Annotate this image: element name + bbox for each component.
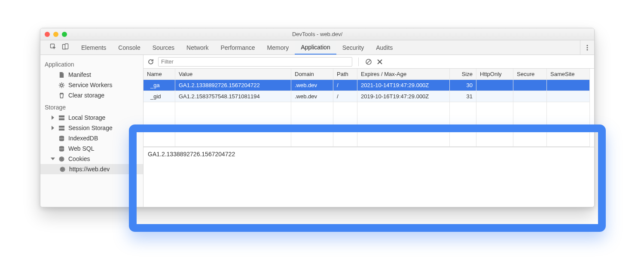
svg-point-18 bbox=[61, 159, 62, 160]
col-path[interactable]: Path bbox=[333, 69, 357, 80]
gear-icon bbox=[58, 82, 65, 88]
sidebar-item-manifest[interactable]: Manifest bbox=[40, 70, 143, 80]
delete-selected-icon[interactable] bbox=[376, 58, 384, 66]
col-expires[interactable]: Expires / Max-Age bbox=[357, 69, 450, 80]
clear-all-icon[interactable] bbox=[365, 58, 372, 66]
svg-point-5 bbox=[586, 49, 588, 50]
svg-rect-2 bbox=[65, 44, 68, 49]
section-storage: Storage bbox=[40, 100, 143, 112]
svg-point-19 bbox=[62, 160, 63, 161]
tab-sources[interactable]: Sources bbox=[147, 40, 180, 55]
inspect-element-icon[interactable] bbox=[50, 43, 57, 52]
svg-rect-7 bbox=[59, 115, 64, 117]
svg-point-16 bbox=[61, 158, 61, 158]
tab-application[interactable]: Application bbox=[295, 40, 336, 55]
col-name[interactable]: Name bbox=[143, 69, 175, 80]
svg-point-17 bbox=[62, 158, 63, 159]
tab-elements[interactable]: Elements bbox=[75, 40, 112, 55]
svg-rect-10 bbox=[59, 128, 64, 130]
section-application: Application bbox=[40, 58, 143, 70]
svg-line-25 bbox=[367, 60, 370, 63]
col-size[interactable]: Size bbox=[450, 69, 476, 80]
application-sidebar: Application Manifest Service Workers Cle… bbox=[40, 55, 143, 207]
expand-icon[interactable] bbox=[51, 115, 55, 120]
svg-point-4 bbox=[586, 47, 588, 48]
sidebar-item-label: IndexedDB bbox=[68, 135, 98, 142]
tab-performance[interactable]: Performance bbox=[214, 40, 261, 55]
device-toolbar-icon[interactable] bbox=[62, 43, 69, 52]
svg-point-23 bbox=[62, 170, 63, 170]
table-empty-area bbox=[143, 102, 594, 147]
cookie-value-text: GA1.2.1338892726.1567204722 bbox=[148, 151, 235, 158]
col-httponly[interactable]: HttpOnly bbox=[476, 69, 513, 80]
sidebar-item-session-storage[interactable]: Session Storage bbox=[40, 123, 143, 133]
svg-point-14 bbox=[59, 148, 64, 149]
cookies-table-header: Name Value Domain Path Expires / Max-Age… bbox=[143, 69, 594, 80]
tab-memory[interactable]: Memory bbox=[261, 40, 295, 55]
sidebar-item-label: Service Workers bbox=[68, 82, 112, 88]
collapse-icon[interactable] bbox=[51, 158, 55, 160]
sidebar-item-label: Web SQL bbox=[68, 145, 94, 152]
sidebar-item-cookie-origin[interactable]: https://web.dev bbox=[40, 164, 143, 174]
storage-icon bbox=[58, 115, 65, 121]
sidebar-item-label: Cookies bbox=[68, 155, 90, 162]
storage-icon bbox=[58, 125, 65, 131]
trash-icon bbox=[58, 92, 65, 99]
col-samesite[interactable]: SameSite bbox=[547, 69, 590, 80]
sidebar-item-label: Clear storage bbox=[68, 92, 104, 99]
tab-network[interactable]: Network bbox=[180, 40, 214, 55]
refresh-icon[interactable] bbox=[147, 58, 155, 66]
filter-input[interactable] bbox=[158, 57, 352, 67]
sidebar-item-label: Session Storage bbox=[68, 124, 113, 131]
sidebar-item-clear-storage[interactable]: Clear storage bbox=[40, 90, 143, 100]
expand-icon[interactable] bbox=[51, 126, 55, 130]
cookies-panel: Name Value Domain Path Expires / Max-Age… bbox=[143, 55, 594, 207]
cookie-icon bbox=[59, 166, 66, 173]
cookies-toolbar bbox=[143, 55, 594, 69]
more-options-icon[interactable] bbox=[580, 40, 594, 55]
sidebar-item-service-workers[interactable]: Service Workers bbox=[40, 80, 143, 90]
svg-point-3 bbox=[586, 45, 588, 46]
devtools-tabs: Elements Console Sources Network Perform… bbox=[40, 40, 594, 55]
svg-point-6 bbox=[61, 84, 63, 86]
svg-rect-9 bbox=[59, 125, 64, 127]
database-icon bbox=[58, 135, 65, 142]
sidebar-item-label: Local Storage bbox=[68, 114, 105, 121]
sidebar-item-websql[interactable]: Web SQL bbox=[40, 143, 143, 154]
window-title: DevTools - web.dev/ bbox=[40, 31, 594, 37]
devtools-window: DevTools - web.dev/ Elements Console Sou… bbox=[40, 28, 595, 207]
document-icon bbox=[58, 72, 65, 78]
tab-security[interactable]: Security bbox=[336, 40, 370, 55]
cookie-icon bbox=[58, 156, 65, 162]
sidebar-item-indexeddb[interactable]: IndexedDB bbox=[40, 133, 143, 143]
svg-point-12 bbox=[59, 137, 64, 139]
svg-point-21 bbox=[61, 168, 62, 169]
svg-point-22 bbox=[63, 168, 64, 169]
svg-point-20 bbox=[60, 167, 65, 172]
tab-audits[interactable]: Audits bbox=[370, 40, 399, 55]
database-icon bbox=[58, 146, 65, 152]
sidebar-item-local-storage[interactable]: Local Storage bbox=[40, 112, 143, 123]
col-secure[interactable]: Secure bbox=[513, 69, 547, 80]
col-value[interactable]: Value bbox=[175, 69, 291, 80]
titlebar: DevTools - web.dev/ bbox=[40, 28, 594, 40]
sidebar-item-label: Manifest bbox=[68, 71, 91, 78]
tab-console[interactable]: Console bbox=[112, 40, 146, 55]
svg-rect-8 bbox=[59, 118, 64, 120]
sidebar-item-label: https://web.dev bbox=[69, 166, 110, 173]
svg-point-15 bbox=[59, 156, 64, 161]
col-domain[interactable]: Domain bbox=[291, 69, 333, 80]
cookie-value-pane: GA1.2.1338892726.1567204722 bbox=[143, 147, 594, 207]
sidebar-item-cookies[interactable]: Cookies bbox=[40, 154, 143, 164]
